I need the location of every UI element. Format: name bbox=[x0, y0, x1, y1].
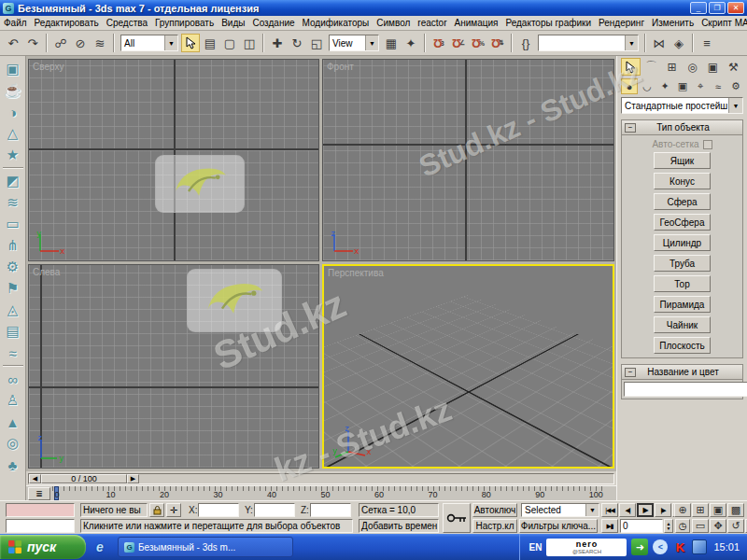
cone-icon[interactable]: △ bbox=[3, 124, 23, 143]
named-selection-sets-icon[interactable]: {} bbox=[516, 34, 535, 52]
menu-item[interactable]: Редактировать bbox=[31, 18, 103, 28]
kaspersky-icon[interactable]: K bbox=[672, 539, 687, 554]
viewport-perspective-active[interactable]: Перспектива z x y bbox=[322, 264, 614, 469]
terrain-icon[interactable]: ▲ bbox=[3, 413, 23, 431]
space-warps-icon[interactable]: ≈ bbox=[710, 78, 726, 94]
internet-explorer-icon[interactable]: e bbox=[92, 539, 108, 555]
zoom-extents-all-icon[interactable]: ▩ bbox=[727, 503, 744, 517]
z-coordinate-field[interactable] bbox=[310, 503, 351, 517]
spinner-snap-icon[interactable]: Ω⇅ bbox=[488, 34, 507, 52]
menu-item[interactable]: Виды bbox=[218, 18, 248, 28]
selection-lock-icon[interactable] bbox=[149, 503, 164, 517]
menu-item[interactable]: Файл bbox=[0, 18, 31, 28]
object-name-input[interactable] bbox=[624, 382, 747, 397]
current-frame-field[interactable] bbox=[620, 519, 663, 533]
figure-icon[interactable]: ♙ bbox=[3, 391, 23, 410]
select-by-name-icon[interactable]: ▤ bbox=[201, 34, 219, 52]
waves-icon[interactable]: ≈ bbox=[3, 343, 23, 362]
weathervane-icon[interactable]: ⚑ bbox=[3, 279, 23, 298]
autogrid-checkbox[interactable] bbox=[703, 140, 712, 149]
open-mini-curve-editor-button[interactable]: ≣ bbox=[28, 487, 50, 500]
rollout-header[interactable]: − Название и цвет bbox=[622, 365, 742, 380]
reference-coordinate-dropdown[interactable]: View▼ bbox=[329, 35, 379, 51]
hide-icons-chevron[interactable]: < bbox=[653, 539, 668, 554]
torus-knot-icon[interactable]: ∞ bbox=[3, 370, 23, 388]
use-pivot-point-icon[interactable]: ▦ bbox=[382, 34, 401, 52]
previous-frame-arrow[interactable]: ◀ bbox=[29, 474, 41, 483]
angle-snap-icon[interactable]: Ω∠ bbox=[449, 34, 468, 52]
maxscript-mini-listener-top[interactable] bbox=[6, 503, 75, 517]
menu-item[interactable]: Группировать bbox=[151, 18, 218, 28]
box-button[interactable]: Ящик bbox=[654, 152, 711, 169]
menu-item[interactable]: Редакторы графики bbox=[501, 18, 595, 28]
lights-icon[interactable]: ✦ bbox=[656, 78, 673, 94]
tab-modify-icon[interactable]: ⌒ bbox=[641, 58, 661, 76]
percent-snap-icon[interactable]: Ω% bbox=[469, 34, 487, 52]
region-zoom-icon[interactable]: ▭ bbox=[692, 519, 709, 533]
bind-to-space-warp-icon[interactable]: ≋ bbox=[91, 34, 109, 52]
bone-icon[interactable]: ⋔ bbox=[3, 236, 23, 255]
menu-item[interactable]: Изменить bbox=[648, 18, 698, 28]
key-filters-button[interactable]: Фильтры ключа... bbox=[519, 519, 598, 533]
select-and-manipulate-icon[interactable]: ✦ bbox=[402, 34, 420, 52]
language-indicator[interactable]: EN bbox=[529, 542, 543, 553]
chain-links-icon[interactable]: ◎ bbox=[3, 434, 23, 453]
y-coordinate-field[interactable] bbox=[254, 503, 295, 517]
frame-spinner[interactable]: ▲▼ bbox=[664, 519, 673, 533]
systems-icon[interactable]: ⚙ bbox=[727, 78, 744, 94]
time-configuration-icon[interactable]: ◷ bbox=[675, 519, 690, 533]
named-selection-dropdown[interactable]: ▼ bbox=[538, 35, 639, 51]
mirror-icon[interactable]: ⋈ bbox=[650, 34, 669, 52]
start-button[interactable]: пуск bbox=[0, 535, 86, 559]
time-slider-track[interactable]: ◀ 0 / 100 ▶ bbox=[28, 473, 614, 484]
nero-search-box[interactable]: nero @SEARCH bbox=[546, 539, 627, 556]
tube-button[interactable]: Труба bbox=[654, 255, 711, 272]
capsule-icon[interactable]: ▭ bbox=[3, 215, 23, 233]
sphere-button[interactable]: Сфера bbox=[654, 193, 711, 210]
auto-key-button[interactable]: Автоключ bbox=[472, 503, 517, 517]
tab-hierarchy-icon[interactable]: ⊞ bbox=[662, 58, 682, 76]
cylinder-button[interactable]: Цилиндр bbox=[654, 234, 711, 251]
rollout-header[interactable]: − Тип объекта bbox=[622, 120, 742, 135]
spring-icon[interactable]: ≋ bbox=[3, 193, 23, 212]
key-mode-toggle-button[interactable]: ▶▮ bbox=[601, 519, 618, 533]
x-coordinate-field[interactable] bbox=[198, 503, 239, 517]
plane-button[interactable]: Плоскость bbox=[654, 337, 711, 354]
menu-item[interactable]: Создание bbox=[248, 18, 298, 28]
set-keys-key-icon[interactable] bbox=[443, 503, 471, 533]
gear-icon[interactable]: ⚙ bbox=[3, 258, 23, 276]
zoom-all-icon[interactable]: ⊞ bbox=[692, 503, 709, 517]
viewport-front[interactable]: Фронт z x bbox=[322, 59, 614, 261]
sphere-icon[interactable]: ◑ bbox=[3, 103, 23, 121]
geosphere-button[interactable]: ГеоСфера bbox=[654, 214, 711, 231]
play-button[interactable]: ▶ bbox=[637, 503, 654, 517]
zoom-icon[interactable]: ⊕ bbox=[674, 503, 691, 517]
star-shape-icon[interactable]: ★ bbox=[3, 146, 23, 164]
restore-button[interactable]: ❐ bbox=[709, 2, 726, 14]
menu-item[interactable]: Символ bbox=[373, 18, 414, 28]
taskbar-task-3dsmax[interactable]: G Безымянный - 3ds m... bbox=[118, 537, 293, 557]
viewport-top[interactable]: Сверху y x bbox=[28, 59, 319, 261]
tab-motion-icon[interactable]: ◎ bbox=[683, 58, 702, 76]
tab-create-icon[interactable] bbox=[621, 58, 641, 76]
frame-ruler[interactable]: 0102030405060708090100 bbox=[52, 486, 603, 500]
menu-item[interactable]: Скрипт MAX bbox=[698, 18, 747, 28]
helpers-icon[interactable]: ⌖ bbox=[692, 78, 709, 94]
go-to-start-button[interactable]: |◀◀ bbox=[601, 503, 618, 517]
add-time-tag-field[interactable]: Добавить времен bbox=[359, 519, 439, 533]
next-frame-arrow[interactable]: ▶ bbox=[127, 474, 139, 483]
menu-item[interactable]: Анимация bbox=[450, 18, 501, 28]
layer-manager-icon[interactable]: ≡ bbox=[698, 34, 716, 52]
unlink-selection-icon[interactable]: ⊘ bbox=[71, 34, 90, 52]
undo-icon[interactable]: ↶ bbox=[4, 34, 22, 52]
pan-icon[interactable]: ✥ bbox=[710, 519, 726, 533]
viewport-left[interactable]: Слева z y bbox=[28, 264, 319, 469]
menu-item[interactable]: Рендеринг bbox=[595, 18, 648, 28]
menu-item[interactable]: Модификаторы bbox=[299, 18, 374, 28]
selection-filter-dropdown[interactable]: All▼ bbox=[120, 35, 178, 51]
zoom-extents-icon[interactable]: ▣ bbox=[710, 503, 726, 517]
cone-button[interactable]: Конус bbox=[654, 173, 711, 189]
menu-item[interactable]: reactor bbox=[414, 18, 450, 28]
primitives-icon[interactable]: ▣ bbox=[3, 60, 23, 78]
shapes-icon[interactable]: ◡ bbox=[639, 78, 655, 94]
